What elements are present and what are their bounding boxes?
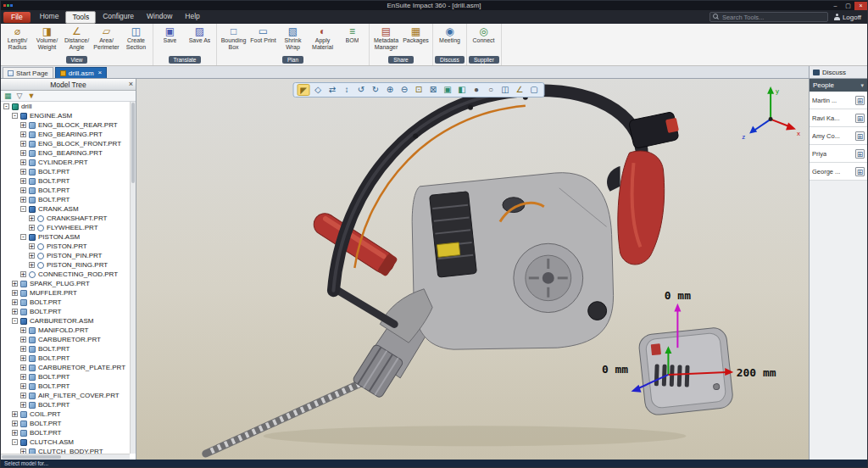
tree-item-engine-asm[interactable]: -ENGINE.ASM bbox=[1, 111, 130, 120]
tree-item-clutch-asm[interactable]: -CLUTCH.ASM bbox=[1, 437, 130, 447]
lasso-select-icon[interactable]: ◇ bbox=[312, 84, 325, 96]
tree-item-manifold-prt[interactable]: +MANIFOLD.PRT bbox=[1, 326, 130, 335]
tree-item-bolt-prt[interactable]: +BOLT.PRT bbox=[1, 344, 130, 354]
collapse-icon[interactable]: - bbox=[12, 113, 18, 119]
people-header[interactable]: People ▾ bbox=[810, 79, 867, 92]
tree-display-icon[interactable]: ▦ bbox=[4, 92, 12, 100]
file-menu-button[interactable]: File bbox=[3, 12, 31, 23]
collapse-icon[interactable]: - bbox=[12, 439, 18, 445]
tree-item-crank-asm[interactable]: -CRANK.ASM bbox=[1, 204, 130, 214]
rotate-right-icon[interactable]: ↻ bbox=[370, 84, 382, 96]
expand-icon[interactable]: + bbox=[20, 346, 26, 352]
ribbon-button-packages[interactable]: ▦Packages bbox=[401, 25, 431, 55]
zoom-in-icon[interactable]: ⊕ bbox=[384, 84, 397, 96]
filter-options-icon[interactable]: ▼ bbox=[27, 92, 35, 100]
tree-item-bolt-prt[interactable]: +BOLT.PRT bbox=[1, 382, 130, 391]
expand-icon[interactable]: + bbox=[29, 253, 35, 259]
section-icon[interactable]: ◫ bbox=[499, 84, 512, 96]
tree-item-muffler-prt[interactable]: +MUFFLER.PRT bbox=[1, 288, 130, 298]
expand-icon[interactable]: + bbox=[29, 243, 35, 249]
expand-icon[interactable]: + bbox=[20, 122, 26, 128]
tree-item-bolt-prt[interactable]: +BOLT.PRT bbox=[1, 419, 130, 428]
tree-item-bolt-prt[interactable]: +BOLT.PRT bbox=[1, 195, 130, 204]
ribbon-button-shrink-wrap[interactable]: ▧Shrink Wrap bbox=[278, 25, 308, 55]
ribbon-button-bounding-box[interactable]: □Bounding Box bbox=[219, 25, 248, 55]
tree-item-piston-pin-prt[interactable]: +PISTON_PIN.PRT bbox=[1, 251, 130, 260]
select-icon[interactable]: ◤ bbox=[298, 84, 310, 96]
expand-icon[interactable]: + bbox=[29, 262, 35, 268]
expand-icon[interactable]: + bbox=[20, 131, 26, 137]
expand-icon[interactable]: + bbox=[12, 290, 18, 296]
expand-icon[interactable]: + bbox=[12, 299, 18, 305]
tree-item-bolt-prt[interactable]: +BOLT.PRT bbox=[1, 428, 130, 437]
tree-item-air-filter-cover-prt[interactable]: +AIR_FILTER_COVER.PRT bbox=[1, 391, 130, 400]
collapse-icon[interactable]: - bbox=[3, 103, 9, 109]
expand-icon[interactable]: + bbox=[12, 281, 18, 287]
maximize-icon[interactable]: ▢ bbox=[842, 2, 854, 10]
discuss-panel-tab[interactable]: Discuss bbox=[809, 66, 867, 78]
menu-tab-help[interactable]: Help bbox=[179, 11, 205, 24]
scrollbar-thumb[interactable] bbox=[2, 455, 61, 459]
expand-icon[interactable]: + bbox=[20, 159, 26, 165]
tree-item-bolt-prt[interactable]: +BOLT.PRT bbox=[1, 307, 130, 316]
close-panel-icon[interactable]: × bbox=[129, 80, 133, 89]
menu-tab-tools[interactable]: Tools bbox=[65, 11, 96, 24]
add-person-icon[interactable]: ⊞ bbox=[855, 149, 865, 159]
expand-icon[interactable]: + bbox=[12, 421, 18, 426]
ribbon-button-save-as[interactable]: ▨Save As bbox=[185, 25, 214, 55]
tree-item-bolt-prt[interactable]: +BOLT.PRT bbox=[1, 400, 130, 410]
filter-icon[interactable]: ▽ bbox=[17, 92, 23, 100]
pin-icon[interactable]: ▾ bbox=[860, 82, 864, 89]
tree-item-piston-asm[interactable]: -PISTON.ASM bbox=[1, 232, 130, 242]
tab-drill-asm[interactable]: drill.asm× bbox=[55, 67, 107, 78]
tree-item-piston-ring-prt[interactable]: +PISTON_RING.PRT bbox=[1, 260, 130, 270]
expand-icon[interactable]: + bbox=[20, 365, 26, 370]
tree-item-bolt-prt[interactable]: +BOLT.PRT bbox=[1, 186, 130, 195]
3d-model-canvas[interactable]: 0 mm 200 mm 0 mm y x bbox=[136, 79, 809, 460]
expand-icon[interactable]: + bbox=[20, 374, 26, 380]
expand-icon[interactable]: + bbox=[20, 393, 26, 398]
ribbon-button-connect[interactable]: ◎Connect bbox=[469, 25, 498, 55]
expand-icon[interactable]: + bbox=[20, 197, 26, 203]
tree-item-eng-bearing-prt[interactable]: +ENG_BEARING.PRT bbox=[1, 148, 130, 158]
expand-icon[interactable]: + bbox=[20, 187, 26, 193]
ribbon-button-distance-angle[interactable]: ∠Distance/ Angle bbox=[62, 25, 92, 55]
expand-icon[interactable]: + bbox=[12, 309, 18, 315]
ribbon-button-volume-weight[interactable]: ◨Volume/ Weight bbox=[32, 25, 62, 55]
ribbon-button-save[interactable]: ▣Save bbox=[155, 25, 185, 55]
ribbon-button-foot-print[interactable]: ▭Foot Print bbox=[248, 25, 278, 55]
tree-item-eng-block-rear-prt[interactable]: +ENG_BLOCK_REAR.PRT bbox=[1, 120, 130, 130]
close-icon[interactable]: × bbox=[854, 2, 867, 10]
zoom-out-icon[interactable]: ⊖ bbox=[398, 84, 411, 96]
ribbon-button-meeting[interactable]: ◉Meeting bbox=[435, 25, 465, 55]
tree-item-bolt-prt[interactable]: +BOLT.PRT bbox=[1, 354, 130, 363]
expand-icon[interactable]: + bbox=[20, 141, 26, 147]
tree-item-eng-block-front-prt[interactable]: +ENG_BLOCK_FRONT.PRT bbox=[1, 139, 130, 148]
collapse-icon[interactable]: - bbox=[20, 234, 26, 240]
tree-item-bolt-prt[interactable]: +BOLT.PRT bbox=[1, 176, 130, 186]
collapse-icon[interactable]: - bbox=[20, 206, 26, 212]
pan-icon[interactable]: ⇄ bbox=[326, 84, 339, 96]
front-view-icon[interactable]: ▣ bbox=[442, 84, 454, 96]
tree-vertical-scrollbar[interactable] bbox=[130, 102, 136, 454]
ribbon-button-create-section[interactable]: ◫Create Section bbox=[121, 25, 151, 55]
expand-icon[interactable]: + bbox=[20, 402, 26, 408]
expand-icon[interactable]: + bbox=[20, 355, 26, 361]
zoom-window-icon[interactable]: ⊡ bbox=[413, 84, 426, 96]
tree-item-flywheel-prt[interactable]: +FLYWHEEL.PRT bbox=[1, 223, 130, 232]
add-person-icon[interactable]: ⊞ bbox=[855, 96, 865, 105]
iso-view-icon[interactable]: ◧ bbox=[456, 84, 469, 96]
expand-icon[interactable]: + bbox=[20, 271, 26, 277]
scrollbar-thumb[interactable] bbox=[131, 103, 135, 183]
wireframe-mode-icon[interactable]: ○ bbox=[485, 84, 498, 96]
tree-horizontal-scrollbar[interactable] bbox=[1, 454, 130, 460]
fullscreen-icon[interactable]: ▢ bbox=[528, 84, 541, 96]
expand-icon[interactable]: + bbox=[20, 169, 26, 175]
expand-icon[interactable]: + bbox=[29, 215, 35, 221]
tree-item-drill[interactable]: -drill bbox=[1, 102, 130, 111]
ribbon-button-apply-material[interactable]: ◐Apply Material bbox=[308, 25, 337, 55]
expand-icon[interactable]: + bbox=[20, 337, 26, 343]
tree-item-connecting-rod-prt[interactable]: +CONNECTING_ROD.PRT bbox=[1, 270, 130, 279]
expand-icon[interactable]: + bbox=[20, 150, 26, 156]
zoom-fit-icon[interactable]: ⊠ bbox=[427, 84, 440, 96]
